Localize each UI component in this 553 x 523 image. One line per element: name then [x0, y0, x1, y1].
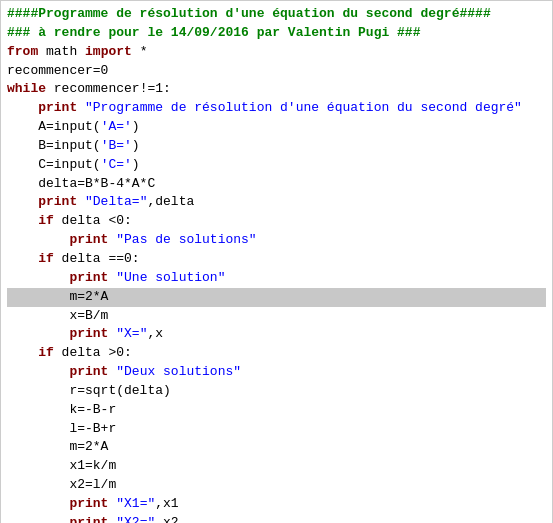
normal-text: *	[132, 44, 148, 59]
normal-text: delta ==0:	[54, 251, 140, 266]
normal-text: x1=k/m	[7, 458, 116, 473]
normal-text: )	[132, 119, 140, 134]
normal-text: B=input(	[7, 138, 101, 153]
normal-text: )	[132, 138, 140, 153]
code-line: recommencer=0	[7, 62, 546, 81]
normal-text: ,x2	[155, 515, 178, 523]
code-line: print "Delta=",delta	[7, 193, 546, 212]
normal-text: math	[38, 44, 85, 59]
normal-text: m=2*A	[7, 289, 108, 304]
code-line: A=input('A=')	[7, 118, 546, 137]
normal-text: delta=B*B-4*A*C	[7, 176, 155, 191]
code-line: delta=B*B-4*A*C	[7, 175, 546, 194]
normal-text: ,delta	[147, 194, 194, 209]
normal-text: recommencer!=1:	[46, 81, 171, 96]
code-line: print "Programme de résolution d'une équ…	[7, 99, 546, 118]
string-text: "X="	[108, 326, 147, 341]
normal-text: delta >0:	[54, 345, 132, 360]
keyword-text: print	[7, 496, 108, 511]
code-editor: ####Programme de résolution d'une équati…	[0, 0, 553, 523]
code-line: r=sqrt(delta)	[7, 382, 546, 401]
string-text: "Pas de solutions"	[108, 232, 256, 247]
code-line: ### à rendre pour le 14/09/2016 par Vale…	[7, 24, 546, 43]
keyword-text: from	[7, 44, 38, 59]
code-line: l=-B+r	[7, 420, 546, 439]
normal-text: r=sqrt(delta)	[7, 383, 171, 398]
code-line: print "Pas de solutions"	[7, 231, 546, 250]
keyword-text: print	[7, 194, 77, 209]
code-line: m=2*A	[7, 438, 546, 457]
string-text: "X2="	[108, 515, 155, 523]
keyword-text: print	[7, 100, 77, 115]
string-text: 'C='	[101, 157, 132, 172]
normal-text: ,x1	[155, 496, 178, 511]
normal-text: recommencer=0	[7, 63, 108, 78]
normal-text: x=B/m	[7, 308, 108, 323]
string-text: "Deux solutions"	[108, 364, 241, 379]
normal-text: delta <0:	[54, 213, 132, 228]
code-line: from math import *	[7, 43, 546, 62]
normal-text: A=input(	[7, 119, 101, 134]
code-line: if delta ==0:	[7, 250, 546, 269]
string-text: 'B='	[101, 138, 132, 153]
string-text: "Delta="	[77, 194, 147, 209]
normal-text: k=-B-r	[7, 402, 116, 417]
keyword-text: import	[85, 44, 132, 59]
string-text: "X1="	[108, 496, 155, 511]
keyword-text: print	[7, 515, 108, 523]
code-line: print "Une solution"	[7, 269, 546, 288]
string-text: 'A='	[101, 119, 132, 134]
code-line: print "X2=",x2	[7, 514, 546, 523]
normal-text: ,x	[147, 326, 163, 341]
keyword-text: print	[7, 232, 108, 247]
keyword-text: if	[7, 251, 54, 266]
code-line: C=input('C=')	[7, 156, 546, 175]
keyword-text: if	[7, 345, 54, 360]
code-line: x=B/m	[7, 307, 546, 326]
code-line: k=-B-r	[7, 401, 546, 420]
code-line: ####Programme de résolution d'une équati…	[7, 5, 546, 24]
code-line: x1=k/m	[7, 457, 546, 476]
code-line: if delta >0:	[7, 344, 546, 363]
string-text: "Une solution"	[108, 270, 225, 285]
keyword-text: print	[7, 364, 108, 379]
code-line: while recommencer!=1:	[7, 80, 546, 99]
normal-text: C=input(	[7, 157, 101, 172]
code-line: print "Deux solutions"	[7, 363, 546, 382]
code-line: print "X1=",x1	[7, 495, 546, 514]
comment-text: ### à rendre pour le 14/09/2016 par Vale…	[7, 25, 420, 40]
normal-text: )	[132, 157, 140, 172]
keyword-text: print	[7, 270, 108, 285]
normal-text: l=-B+r	[7, 421, 116, 436]
normal-text: m=2*A	[7, 439, 108, 454]
code-line: print "X=",x	[7, 325, 546, 344]
keyword-text: print	[7, 326, 108, 341]
comment-text: ####Programme de résolution d'une équati…	[7, 6, 491, 21]
keyword-text: if	[7, 213, 54, 228]
code-line: B=input('B=')	[7, 137, 546, 156]
code-line: x2=l/m	[7, 476, 546, 495]
string-text: "Programme de résolution d'une équation …	[77, 100, 522, 115]
normal-text: x2=l/m	[7, 477, 116, 492]
keyword-text: while	[7, 81, 46, 96]
code-line: m=2*A	[7, 288, 546, 307]
code-line: if delta <0:	[7, 212, 546, 231]
